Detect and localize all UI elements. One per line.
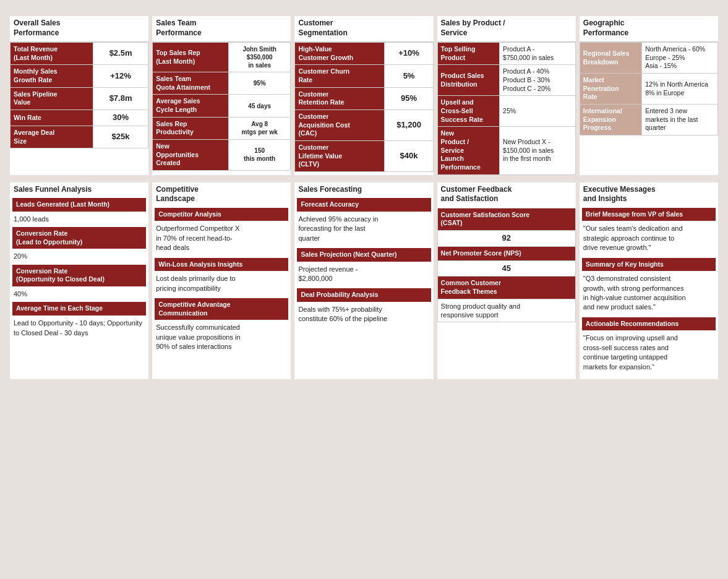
prod-label: Upsell andCross-SellSuccess Rate (437, 96, 499, 127)
geo-title: GeographicPerformance (580, 16, 718, 42)
comp-value: Outperformed Competitor Xin 70% of recen… (155, 222, 288, 257)
forecast-label: Sales Projection (Next Quarter) (297, 248, 430, 262)
feedback-score: 92 (437, 230, 575, 246)
prod-value: Product A - 40%Product B - 30%Product C … (500, 65, 576, 96)
funnel-title: Sales Funnel Analysis (10, 182, 148, 199)
sales-team-row: Sales TeamQuota Attainment95% (153, 72, 291, 95)
sales-team-label: Sales RepProductivity (153, 117, 229, 139)
forecast-value: Deals with 75%+ probabilityconstitute 60… (297, 303, 430, 329)
funnel-block: Sales Funnel Analysis Leads Generated (L… (10, 182, 148, 379)
prod-row: NewProduct /ServiceLaunchPerformanceNew … (437, 127, 575, 174)
cust-seg-row: CustomerRetention Rate95% (295, 87, 433, 109)
overall-sales-label: Average DealSize (11, 126, 93, 148)
exec-value: "Focus on improving upsell andcross-sell… (582, 332, 716, 377)
bottom-section: Sales Funnel Analysis Leads Generated (L… (10, 182, 718, 379)
sales-team-label: Top Sales Rep(Last Month) (153, 43, 229, 72)
overall-sales-value: 30% (93, 110, 148, 126)
cust-seg-value: 5% (385, 65, 433, 87)
funnel-label: Leads Generated (Last Month) (12, 198, 146, 212)
prod-label: Top SellingProduct (437, 43, 499, 65)
forecast-value: Projected revenue -$2,800,000 (297, 263, 430, 289)
feedback-table: Customer Satisfaction Score(CSAT)92Net P… (437, 208, 576, 323)
executive-title: Executive Messagesand Insights (580, 182, 718, 208)
overall-sales-row: Total Revenue(Last Month)$2.5m (11, 43, 148, 65)
cust-seg-value: $40k (385, 140, 433, 171)
feedback-header: Customer Satisfaction Score(CSAT) (437, 208, 575, 230)
sales-team-value: Avg 8mtgs per wk (228, 117, 290, 139)
overall-sales-value: $2.5m (93, 43, 148, 65)
geo-value: Entered 3 newmarkets in the lastquarter (642, 105, 718, 135)
funnel-label: Average Time in Each Stage (12, 302, 146, 315)
forecast-title: Sales Forecasting (294, 182, 433, 199)
geo-row: Regional SalesBreakdownNorth America - 6… (580, 43, 717, 74)
comp-value: Lost deals primarily due topricing incom… (155, 272, 288, 298)
overall-sales-row: Average DealSize$25k (11, 126, 148, 148)
overall-sales-row: Sales PipelineValue$7.8m (11, 87, 148, 109)
exec-label: Brief Message from VP of Sales (582, 208, 716, 221)
competitive-block: CompetitiveLandscape Competitor Analysis… (152, 182, 291, 379)
prod-value: Product A -$750,000 in sales (500, 43, 576, 65)
prod-table: Top SellingProductProduct A -$750,000 in… (437, 42, 576, 174)
cust-seg-value: +10% (385, 43, 433, 65)
cust-seg-label: Customer ChurnRate (295, 65, 385, 87)
sales-team-block: Sales TeamPerformance Top Sales Rep(Last… (152, 16, 291, 175)
overall-sales-label: Win Rate (11, 110, 93, 126)
sales-team-row: NewOpportunitiesCreated150this month (153, 140, 291, 171)
geo-label: MarketPenetrationRate (580, 74, 641, 105)
feedback-value-row: 92 (437, 230, 575, 246)
geo-value: North America - 60%Europe - 25%Asia - 15… (642, 43, 718, 74)
feedback-value-row: 45 (437, 260, 575, 277)
funnel-label: Conversion Rate(Lead to Opportunity) (12, 227, 146, 249)
cust-seg-row: CustomerAcquisition Cost(CAC)$1,200 (295, 110, 433, 141)
feedback-title: Customer Feedbackand Satisfaction (437, 182, 576, 208)
geo-row: MarketPenetrationRate12% in North Americ… (580, 74, 717, 105)
overall-sales-row: Win Rate30% (11, 110, 148, 126)
competitive-title: CompetitiveLandscape (152, 182, 291, 208)
sales-team-value: 45 days (228, 95, 290, 117)
sales-team-row: Average SalesCycle Length45 days (153, 95, 291, 117)
overall-sales-value: +12% (93, 65, 148, 87)
cust-seg-label: CustomerLifetime Value(CLTV) (295, 140, 385, 171)
sales-team-title: Sales TeamPerformance (152, 16, 291, 42)
funnel-value: 20% (12, 250, 146, 264)
executive-block: Executive Messagesand Insights Brief Mes… (580, 182, 718, 379)
overall-sales-title: Overall SalesPerformance (10, 16, 148, 42)
feedback-text: Strong product quality andresponsive sup… (437, 299, 575, 322)
sales-team-value: 95% (228, 72, 290, 95)
prod-value: 25% (500, 96, 576, 127)
feedback-header: Net Promoter Score (NPS) (437, 246, 575, 260)
dashboard: Overall SalesPerformance Total Revenue(L… (0, 0, 728, 389)
sales-team-table: Top Sales Rep(Last Month)John Smith$350,… (152, 42, 291, 171)
customer-seg-block: CustomerSegmentation High-ValueCustomer … (294, 16, 433, 175)
overall-sales-value: $7.8m (93, 87, 148, 109)
sales-product-block: Sales by Product /Service Top SellingPro… (437, 16, 576, 175)
cust-seg-value: 95% (385, 87, 433, 109)
prod-row: Product SalesDistributionProduct A - 40%… (437, 65, 575, 96)
forecast-value: Achieved 95% accuracy inforecasting for … (297, 213, 430, 248)
top-section: Overall SalesPerformance Total Revenue(L… (10, 16, 718, 175)
geo-row: InternationalExpansionProgressEntered 3 … (580, 105, 717, 135)
geo-label: Regional SalesBreakdown (580, 43, 641, 74)
comp-label: Competitor Analysis (155, 208, 288, 221)
feedback-block: Customer Feedbackand Satisfaction Custom… (437, 182, 576, 379)
overall-sales-label: Monthly SalesGrowth Rate (11, 65, 93, 87)
prod-label: Product SalesDistribution (437, 65, 499, 96)
cust-seg-label: CustomerRetention Rate (295, 87, 385, 109)
sales-team-row: Sales RepProductivityAvg 8mtgs per wk (153, 117, 291, 139)
overall-sales-value: $25k (93, 126, 148, 148)
comp-value: Successfully communicatedunique value pr… (155, 321, 288, 356)
cust-seg-row: Customer ChurnRate5% (295, 65, 433, 87)
forecast-label: Deal Probability Analysis (297, 288, 430, 302)
forecast-label: Forecast Accuracy (297, 198, 430, 212)
cust-seg-table: High-ValueCustomer Growth+10%Customer Ch… (294, 42, 433, 172)
sales-product-title: Sales by Product /Service (437, 16, 576, 42)
overall-sales-block: Overall SalesPerformance Total Revenue(L… (10, 16, 148, 175)
feedback-value-row: Strong product quality andresponsive sup… (437, 299, 575, 322)
sales-team-value: 150this month (228, 140, 290, 171)
sales-team-label: Sales TeamQuota Attainment (153, 72, 229, 95)
feedback-header: Common CustomerFeedback Themes (437, 277, 575, 299)
feedback-score: 45 (437, 260, 575, 277)
customer-seg-title: CustomerSegmentation (294, 16, 433, 42)
prod-label: NewProduct /ServiceLaunchPerformance (437, 127, 499, 174)
sales-team-label: NewOpportunitiesCreated (153, 140, 229, 171)
